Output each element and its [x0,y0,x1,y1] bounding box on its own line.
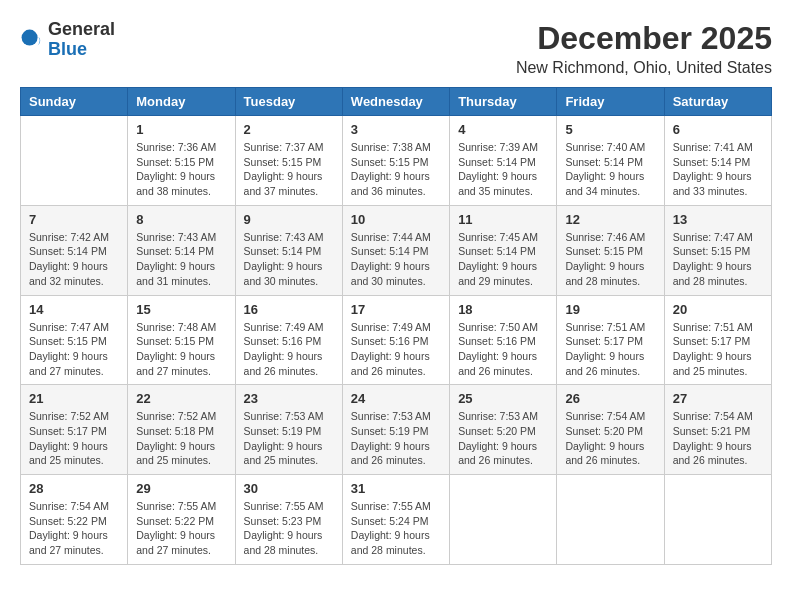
day-number: 18 [458,302,548,317]
day-info: Sunrise: 7:55 AMSunset: 5:23 PMDaylight:… [244,499,334,558]
day-info: Sunrise: 7:48 AMSunset: 5:15 PMDaylight:… [136,320,226,379]
day-info: Sunrise: 7:42 AMSunset: 5:14 PMDaylight:… [29,230,119,289]
calendar-day-cell: 31Sunrise: 7:55 AMSunset: 5:24 PMDayligh… [342,475,449,565]
day-number: 13 [673,212,763,227]
day-number: 12 [565,212,655,227]
day-info: Sunrise: 7:45 AMSunset: 5:14 PMDaylight:… [458,230,548,289]
day-number: 20 [673,302,763,317]
day-info: Sunrise: 7:55 AMSunset: 5:24 PMDaylight:… [351,499,441,558]
calendar-day-cell: 21Sunrise: 7:52 AMSunset: 5:17 PMDayligh… [21,385,128,475]
calendar-day-cell: 11Sunrise: 7:45 AMSunset: 5:14 PMDayligh… [450,205,557,295]
calendar-day-cell [664,475,771,565]
day-info: Sunrise: 7:54 AMSunset: 5:21 PMDaylight:… [673,409,763,468]
logo: General Blue [20,20,115,60]
day-number: 7 [29,212,119,227]
day-info: Sunrise: 7:40 AMSunset: 5:14 PMDaylight:… [565,140,655,199]
day-info: Sunrise: 7:36 AMSunset: 5:15 PMDaylight:… [136,140,226,199]
day-info: Sunrise: 7:49 AMSunset: 5:16 PMDaylight:… [351,320,441,379]
calendar-day-cell: 20Sunrise: 7:51 AMSunset: 5:17 PMDayligh… [664,295,771,385]
day-info: Sunrise: 7:41 AMSunset: 5:14 PMDaylight:… [673,140,763,199]
calendar-week-row: 14Sunrise: 7:47 AMSunset: 5:15 PMDayligh… [21,295,772,385]
calendar-day-cell: 5Sunrise: 7:40 AMSunset: 5:14 PMDaylight… [557,116,664,206]
day-info: Sunrise: 7:43 AMSunset: 5:14 PMDaylight:… [136,230,226,289]
day-of-week-header: Monday [128,88,235,116]
day-number: 4 [458,122,548,137]
logo-blue-text: Blue [48,39,87,59]
day-info: Sunrise: 7:51 AMSunset: 5:17 PMDaylight:… [673,320,763,379]
calendar-day-cell: 3Sunrise: 7:38 AMSunset: 5:15 PMDaylight… [342,116,449,206]
day-of-week-header: Sunday [21,88,128,116]
day-number: 25 [458,391,548,406]
calendar-day-cell: 8Sunrise: 7:43 AMSunset: 5:14 PMDaylight… [128,205,235,295]
day-number: 5 [565,122,655,137]
calendar-day-cell: 13Sunrise: 7:47 AMSunset: 5:15 PMDayligh… [664,205,771,295]
day-info: Sunrise: 7:54 AMSunset: 5:20 PMDaylight:… [565,409,655,468]
day-of-week-header: Wednesday [342,88,449,116]
day-number: 11 [458,212,548,227]
day-number: 24 [351,391,441,406]
calendar-day-cell: 24Sunrise: 7:53 AMSunset: 5:19 PMDayligh… [342,385,449,475]
location-text: New Richmond, Ohio, United States [516,59,772,77]
day-number: 22 [136,391,226,406]
calendar-day-cell: 17Sunrise: 7:49 AMSunset: 5:16 PMDayligh… [342,295,449,385]
calendar-day-cell: 26Sunrise: 7:54 AMSunset: 5:20 PMDayligh… [557,385,664,475]
day-info: Sunrise: 7:52 AMSunset: 5:17 PMDaylight:… [29,409,119,468]
day-info: Sunrise: 7:38 AMSunset: 5:15 PMDaylight:… [351,140,441,199]
calendar-day-cell: 15Sunrise: 7:48 AMSunset: 5:15 PMDayligh… [128,295,235,385]
day-number: 29 [136,481,226,496]
calendar-day-cell: 14Sunrise: 7:47 AMSunset: 5:15 PMDayligh… [21,295,128,385]
calendar-week-row: 21Sunrise: 7:52 AMSunset: 5:17 PMDayligh… [21,385,772,475]
day-number: 9 [244,212,334,227]
day-info: Sunrise: 7:39 AMSunset: 5:14 PMDaylight:… [458,140,548,199]
calendar-day-cell: 22Sunrise: 7:52 AMSunset: 5:18 PMDayligh… [128,385,235,475]
calendar-day-cell: 19Sunrise: 7:51 AMSunset: 5:17 PMDayligh… [557,295,664,385]
calendar-day-cell: 9Sunrise: 7:43 AMSunset: 5:14 PMDaylight… [235,205,342,295]
calendar-day-cell: 30Sunrise: 7:55 AMSunset: 5:23 PMDayligh… [235,475,342,565]
day-info: Sunrise: 7:49 AMSunset: 5:16 PMDaylight:… [244,320,334,379]
day-number: 19 [565,302,655,317]
day-info: Sunrise: 7:50 AMSunset: 5:16 PMDaylight:… [458,320,548,379]
day-info: Sunrise: 7:47 AMSunset: 5:15 PMDaylight:… [29,320,119,379]
title-area: December 2025 New Richmond, Ohio, United… [516,20,772,77]
day-info: Sunrise: 7:46 AMSunset: 5:15 PMDaylight:… [565,230,655,289]
calendar-day-cell [450,475,557,565]
day-number: 1 [136,122,226,137]
day-info: Sunrise: 7:55 AMSunset: 5:22 PMDaylight:… [136,499,226,558]
day-info: Sunrise: 7:53 AMSunset: 5:19 PMDaylight:… [244,409,334,468]
calendar-day-cell: 23Sunrise: 7:53 AMSunset: 5:19 PMDayligh… [235,385,342,475]
day-of-week-header: Saturday [664,88,771,116]
calendar-day-cell: 4Sunrise: 7:39 AMSunset: 5:14 PMDaylight… [450,116,557,206]
calendar-day-cell: 27Sunrise: 7:54 AMSunset: 5:21 PMDayligh… [664,385,771,475]
calendar-day-cell: 7Sunrise: 7:42 AMSunset: 5:14 PMDaylight… [21,205,128,295]
day-info: Sunrise: 7:51 AMSunset: 5:17 PMDaylight:… [565,320,655,379]
day-info: Sunrise: 7:43 AMSunset: 5:14 PMDaylight:… [244,230,334,289]
page-header: General Blue December 2025 New Richmond,… [20,20,772,77]
day-info: Sunrise: 7:44 AMSunset: 5:14 PMDaylight:… [351,230,441,289]
calendar-week-row: 7Sunrise: 7:42 AMSunset: 5:14 PMDaylight… [21,205,772,295]
day-number: 31 [351,481,441,496]
calendar-table: SundayMondayTuesdayWednesdayThursdayFrid… [20,87,772,565]
day-number: 26 [565,391,655,406]
logo-general-text: General [48,19,115,39]
day-number: 3 [351,122,441,137]
day-number: 30 [244,481,334,496]
calendar-day-cell: 16Sunrise: 7:49 AMSunset: 5:16 PMDayligh… [235,295,342,385]
day-of-week-header: Thursday [450,88,557,116]
calendar-day-cell [557,475,664,565]
calendar-week-row: 28Sunrise: 7:54 AMSunset: 5:22 PMDayligh… [21,475,772,565]
day-info: Sunrise: 7:53 AMSunset: 5:19 PMDaylight:… [351,409,441,468]
day-number: 10 [351,212,441,227]
day-number: 8 [136,212,226,227]
day-info: Sunrise: 7:37 AMSunset: 5:15 PMDaylight:… [244,140,334,199]
day-number: 21 [29,391,119,406]
day-of-week-header: Tuesday [235,88,342,116]
day-info: Sunrise: 7:47 AMSunset: 5:15 PMDaylight:… [673,230,763,289]
day-info: Sunrise: 7:53 AMSunset: 5:20 PMDaylight:… [458,409,548,468]
calendar-day-cell: 1Sunrise: 7:36 AMSunset: 5:15 PMDaylight… [128,116,235,206]
day-number: 17 [351,302,441,317]
header-row: SundayMondayTuesdayWednesdayThursdayFrid… [21,88,772,116]
calendar-day-cell: 6Sunrise: 7:41 AMSunset: 5:14 PMDaylight… [664,116,771,206]
calendar-day-cell [21,116,128,206]
day-number: 2 [244,122,334,137]
logo-icon [20,28,44,52]
